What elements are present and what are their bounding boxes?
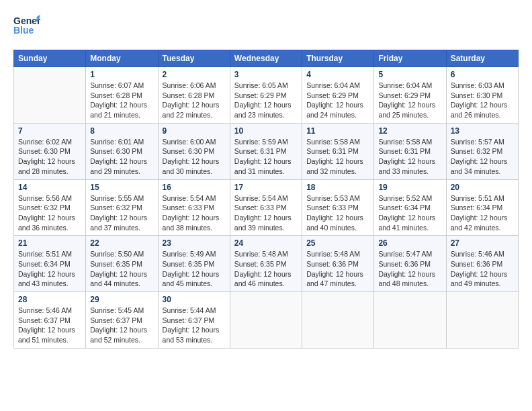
weekday-header-row: SundayMondayTuesdayWednesdayThursdayFrid… bbox=[14, 50, 519, 67]
day-info: Sunrise: 5:56 AMSunset: 6:32 PMDaylight:… bbox=[18, 194, 75, 232]
day-info: Sunrise: 6:00 AMSunset: 6:30 PMDaylight:… bbox=[163, 138, 220, 175]
day-info: Sunrise: 5:57 AMSunset: 6:32 PMDaylight:… bbox=[451, 138, 508, 175]
day-info: Sunrise: 5:48 AMSunset: 6:36 PMDaylight:… bbox=[306, 250, 363, 287]
calendar-cell: 27 Sunrise: 5:46 AMSunset: 6:36 PMDaylig… bbox=[446, 236, 518, 292]
day-info: Sunrise: 6:04 AMSunset: 6:29 PMDaylight:… bbox=[378, 81, 435, 119]
day-number: 9 bbox=[163, 126, 226, 136]
day-number: 29 bbox=[90, 295, 153, 304]
weekday-header-wednesday: Wednesday bbox=[230, 50, 302, 67]
day-number: 20 bbox=[451, 183, 514, 192]
calendar-cell: 11 Sunrise: 5:58 AMSunset: 6:31 PMDaylig… bbox=[302, 123, 374, 179]
day-number: 21 bbox=[18, 238, 81, 248]
week-row-2: 7 Sunrise: 6:02 AMSunset: 6:30 PMDayligh… bbox=[14, 123, 519, 179]
weekday-header-thursday: Thursday bbox=[302, 50, 374, 67]
day-number: 1 bbox=[90, 70, 153, 79]
calendar-cell: 26 Sunrise: 5:47 AMSunset: 6:36 PMDaylig… bbox=[374, 236, 446, 292]
logo-bird-icon: General Blue bbox=[13, 13, 40, 43]
day-number: 30 bbox=[163, 295, 226, 304]
calendar-cell: 21 Sunrise: 5:51 AMSunset: 6:34 PMDaylig… bbox=[14, 236, 86, 292]
day-info: Sunrise: 5:46 AMSunset: 6:37 PMDaylight:… bbox=[18, 306, 75, 344]
day-number: 8 bbox=[90, 126, 153, 136]
day-info: Sunrise: 5:49 AMSunset: 6:35 PMDaylight:… bbox=[163, 250, 220, 287]
weekday-header-sunday: Sunday bbox=[14, 50, 86, 67]
day-number: 25 bbox=[306, 238, 369, 248]
day-number: 17 bbox=[234, 183, 298, 192]
week-row-3: 14 Sunrise: 5:56 AMSunset: 6:32 PMDaylig… bbox=[14, 179, 519, 236]
day-number: 16 bbox=[163, 183, 226, 192]
logo: General Blue bbox=[13, 13, 40, 43]
weekday-header-tuesday: Tuesday bbox=[158, 50, 230, 67]
calendar-cell: 20 Sunrise: 5:51 AMSunset: 6:34 PMDaylig… bbox=[446, 179, 518, 236]
day-info: Sunrise: 5:45 AMSunset: 6:37 PMDaylight:… bbox=[90, 306, 147, 344]
calendar-cell: 18 Sunrise: 5:53 AMSunset: 6:33 PMDaylig… bbox=[302, 179, 374, 236]
day-info: Sunrise: 5:58 AMSunset: 6:31 PMDaylight:… bbox=[306, 138, 363, 175]
calendar-cell bbox=[374, 292, 446, 349]
day-info: Sunrise: 5:44 AMSunset: 6:37 PMDaylight:… bbox=[163, 306, 220, 344]
calendar-cell: 13 Sunrise: 5:57 AMSunset: 6:32 PMDaylig… bbox=[446, 123, 518, 179]
day-number: 12 bbox=[378, 126, 441, 136]
calendar-cell: 28 Sunrise: 5:46 AMSunset: 6:37 PMDaylig… bbox=[14, 292, 86, 349]
day-number: 13 bbox=[451, 126, 514, 136]
calendar-cell: 25 Sunrise: 5:48 AMSunset: 6:36 PMDaylig… bbox=[302, 236, 374, 292]
weekday-header-friday: Friday bbox=[374, 50, 446, 67]
day-info: Sunrise: 6:01 AMSunset: 6:30 PMDaylight:… bbox=[90, 138, 147, 175]
day-number: 2 bbox=[163, 70, 226, 79]
day-info: Sunrise: 5:54 AMSunset: 6:33 PMDaylight:… bbox=[163, 194, 220, 232]
calendar-cell: 3 Sunrise: 6:05 AMSunset: 6:29 PMDayligh… bbox=[230, 67, 302, 124]
day-number: 14 bbox=[18, 183, 81, 192]
day-info: Sunrise: 5:51 AMSunset: 6:34 PMDaylight:… bbox=[451, 194, 508, 232]
calendar-cell: 17 Sunrise: 5:54 AMSunset: 6:33 PMDaylig… bbox=[230, 179, 302, 236]
calendar-cell: 10 Sunrise: 5:59 AMSunset: 6:31 PMDaylig… bbox=[230, 123, 302, 179]
calendar-cell: 22 Sunrise: 5:50 AMSunset: 6:35 PMDaylig… bbox=[86, 236, 158, 292]
calendar-cell bbox=[446, 292, 518, 349]
calendar-cell: 30 Sunrise: 5:44 AMSunset: 6:37 PMDaylig… bbox=[158, 292, 230, 349]
day-number: 24 bbox=[234, 238, 298, 248]
day-number: 22 bbox=[90, 238, 153, 248]
day-number: 3 bbox=[234, 70, 298, 79]
day-info: Sunrise: 6:02 AMSunset: 6:30 PMDaylight:… bbox=[18, 138, 75, 175]
calendar-cell: 9 Sunrise: 6:00 AMSunset: 6:30 PMDayligh… bbox=[158, 123, 230, 179]
day-info: Sunrise: 5:50 AMSunset: 6:35 PMDaylight:… bbox=[90, 250, 147, 287]
day-info: Sunrise: 5:55 AMSunset: 6:32 PMDaylight:… bbox=[90, 194, 147, 232]
calendar-cell bbox=[230, 292, 302, 349]
day-info: Sunrise: 6:04 AMSunset: 6:29 PMDaylight:… bbox=[306, 81, 363, 119]
calendar-cell: 6 Sunrise: 6:03 AMSunset: 6:30 PMDayligh… bbox=[446, 67, 518, 124]
day-info: Sunrise: 5:59 AMSunset: 6:31 PMDaylight:… bbox=[234, 138, 292, 175]
day-info: Sunrise: 5:58 AMSunset: 6:31 PMDaylight:… bbox=[378, 138, 435, 175]
calendar-cell: 8 Sunrise: 6:01 AMSunset: 6:30 PMDayligh… bbox=[86, 123, 158, 179]
day-number: 6 bbox=[451, 70, 514, 79]
day-number: 18 bbox=[306, 183, 369, 192]
calendar-cell: 1 Sunrise: 6:07 AMSunset: 6:28 PMDayligh… bbox=[86, 67, 158, 124]
calendar-cell: 23 Sunrise: 5:49 AMSunset: 6:35 PMDaylig… bbox=[158, 236, 230, 292]
day-number: 4 bbox=[306, 70, 369, 79]
day-number: 23 bbox=[163, 238, 226, 248]
calendar-cell: 7 Sunrise: 6:02 AMSunset: 6:30 PMDayligh… bbox=[14, 123, 86, 179]
calendar-cell: 29 Sunrise: 5:45 AMSunset: 6:37 PMDaylig… bbox=[86, 292, 158, 349]
day-info: Sunrise: 5:48 AMSunset: 6:35 PMDaylight:… bbox=[234, 250, 292, 287]
day-number: 11 bbox=[306, 126, 369, 136]
calendar-cell: 4 Sunrise: 6:04 AMSunset: 6:29 PMDayligh… bbox=[302, 67, 374, 124]
calendar-cell: 12 Sunrise: 5:58 AMSunset: 6:31 PMDaylig… bbox=[374, 123, 446, 179]
calendar-cell bbox=[302, 292, 374, 349]
day-number: 10 bbox=[234, 126, 298, 136]
day-info: Sunrise: 5:46 AMSunset: 6:36 PMDaylight:… bbox=[451, 250, 508, 287]
day-number: 15 bbox=[90, 183, 153, 192]
day-number: 26 bbox=[378, 238, 441, 248]
calendar-cell: 2 Sunrise: 6:06 AMSunset: 6:28 PMDayligh… bbox=[158, 67, 230, 124]
day-info: Sunrise: 6:05 AMSunset: 6:29 PMDaylight:… bbox=[234, 81, 292, 119]
calendar-cell: 5 Sunrise: 6:04 AMSunset: 6:29 PMDayligh… bbox=[374, 67, 446, 124]
day-number: 27 bbox=[451, 238, 514, 248]
calendar-cell: 15 Sunrise: 5:55 AMSunset: 6:32 PMDaylig… bbox=[86, 179, 158, 236]
day-number: 19 bbox=[378, 183, 441, 192]
day-info: Sunrise: 6:06 AMSunset: 6:28 PMDaylight:… bbox=[163, 81, 220, 119]
weekday-header-saturday: Saturday bbox=[446, 50, 518, 67]
day-number: 7 bbox=[18, 126, 81, 136]
day-info: Sunrise: 5:47 AMSunset: 6:36 PMDaylight:… bbox=[378, 250, 435, 287]
page-header: General Blue bbox=[13, 13, 519, 43]
week-row-5: 28 Sunrise: 5:46 AMSunset: 6:37 PMDaylig… bbox=[14, 292, 519, 349]
day-info: Sunrise: 6:03 AMSunset: 6:30 PMDaylight:… bbox=[451, 81, 508, 119]
day-info: Sunrise: 6:07 AMSunset: 6:28 PMDaylight:… bbox=[90, 81, 147, 119]
calendar-cell: 14 Sunrise: 5:56 AMSunset: 6:32 PMDaylig… bbox=[14, 179, 86, 236]
week-row-4: 21 Sunrise: 5:51 AMSunset: 6:34 PMDaylig… bbox=[14, 236, 519, 292]
svg-text:Blue: Blue bbox=[13, 25, 34, 36]
